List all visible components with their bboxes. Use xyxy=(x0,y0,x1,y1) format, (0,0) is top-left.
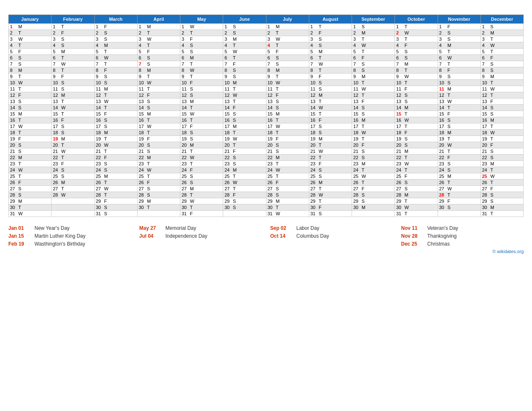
day-number: 23 xyxy=(268,161,275,166)
calendar-cell: 21 S xyxy=(352,148,395,155)
wikidates-credit: © wikidates.org xyxy=(8,249,524,254)
day-name: F xyxy=(104,111,107,116)
calendar-row: 4 T4 S4 M4 T4 S4 T4 T4 S4 W4 F4 M4 W xyxy=(9,42,524,49)
day-name: T xyxy=(362,124,365,129)
day-name: T xyxy=(104,49,107,54)
day-number: 6 xyxy=(224,55,232,60)
calendar-cell: 28 S xyxy=(266,192,309,198)
day-name: M xyxy=(190,186,194,191)
day-number: 25 xyxy=(396,174,404,179)
calendar-row: 28 S28 W28 T28 S28 T28 F28 S28 W28 S28 M… xyxy=(9,192,524,198)
day-number: 8 xyxy=(10,68,17,73)
calendar-row: 1 M1 T1 F1 M1 W1 S1 M1 T1 S1 T1 F1 S xyxy=(9,24,524,30)
calendar-cell: 24 S xyxy=(52,167,94,173)
day-number: 6 xyxy=(53,55,60,60)
calendar-cell: 7 F xyxy=(223,61,266,67)
day-number: 10 xyxy=(353,80,361,85)
calendar-cell: 30 M xyxy=(352,204,395,211)
day-number: 23 xyxy=(182,161,189,166)
day-name: T xyxy=(147,205,150,210)
calendar-cell: 26 T xyxy=(94,180,137,186)
day-name: S xyxy=(61,43,64,48)
day-name: S xyxy=(104,124,107,129)
day-number: 12 xyxy=(53,93,60,98)
day-number: 24 xyxy=(268,167,275,172)
day-number: 4 xyxy=(224,43,232,48)
day-number: 8 xyxy=(310,68,318,73)
day-number: 18 xyxy=(439,130,447,135)
day-number: 12 xyxy=(353,93,361,98)
day-number: 23 xyxy=(139,161,146,166)
day-number: 6 xyxy=(310,55,318,60)
calendar-cell: 8 W xyxy=(180,67,223,74)
day-name: T xyxy=(61,68,64,73)
day-name: T xyxy=(490,37,493,42)
day-name: T xyxy=(448,49,451,54)
calendar-cell: 19 S xyxy=(395,136,438,142)
day-number: 11 xyxy=(182,86,189,91)
calendar-cell: 30 S xyxy=(438,204,480,211)
calendar-cell: 4 T xyxy=(223,42,266,49)
calendar-cell: 20 S xyxy=(266,142,309,148)
month-header-december: December xyxy=(480,15,523,24)
day-number: 23 xyxy=(353,161,361,166)
calendar-cell: 27 S xyxy=(266,186,309,192)
day-number: 4 xyxy=(182,43,189,48)
day-number: 16 xyxy=(96,118,103,123)
day-number: 21 xyxy=(224,149,232,154)
calendar-cell: 19 T xyxy=(438,136,480,142)
day-number: 3 xyxy=(310,37,318,42)
day-number: 1 xyxy=(482,24,490,29)
day-name: M xyxy=(104,43,108,48)
day-name: T xyxy=(190,74,193,79)
calendar-cell: 13 M xyxy=(180,98,223,105)
day-number: 15 xyxy=(482,111,490,116)
day-number: 9 xyxy=(353,74,361,79)
day-number: 13 xyxy=(182,99,189,104)
calendar-cell: 14 S xyxy=(480,105,523,111)
day-number: 3 xyxy=(224,37,232,42)
calendar-cell: 25 W xyxy=(480,173,523,180)
calendar-cell: 15 M xyxy=(137,111,180,117)
day-name: S xyxy=(276,143,279,148)
calendar-cell: 7 W xyxy=(52,61,94,67)
calendar-cell: 3 F xyxy=(180,36,223,42)
day-name: T xyxy=(18,74,21,79)
day-name: S xyxy=(18,149,21,154)
calendar-cell: 14 S xyxy=(352,105,395,111)
day-number: 28 xyxy=(439,192,447,197)
calendar-cell: 15 F xyxy=(438,111,480,117)
calendar-cell: 13 T xyxy=(309,98,352,105)
day-number: 25 xyxy=(224,174,232,179)
day-number: 30 xyxy=(353,205,361,210)
day-name: F xyxy=(190,167,193,172)
day-name: S xyxy=(319,174,322,179)
day-number: 25 xyxy=(182,174,189,179)
day-number: 22 xyxy=(139,155,146,160)
calendar-cell: 5 T xyxy=(94,49,137,55)
day-name: F xyxy=(448,155,451,160)
calendar-cell: 29 S xyxy=(480,198,523,204)
day-name: S xyxy=(362,105,365,110)
day-number: 21 xyxy=(353,149,361,154)
day-number: 24 xyxy=(224,167,232,172)
calendar-cell: 4 W xyxy=(352,42,395,49)
month-header-august: August xyxy=(309,15,352,24)
day-number: 31 xyxy=(268,211,275,216)
day-number: 31 xyxy=(96,211,103,216)
day-name: S xyxy=(61,167,64,172)
day-number: 4 xyxy=(139,43,146,48)
day-name: T xyxy=(448,93,451,98)
calendar-cell: 14 T xyxy=(94,105,137,111)
day-name: F xyxy=(404,130,407,135)
calendar-cell: 6 W xyxy=(94,55,137,61)
calendar-cell xyxy=(438,211,480,217)
calendar-cell: 20 F xyxy=(480,142,523,148)
day-number: 26 xyxy=(439,180,447,185)
day-number: 2 xyxy=(268,30,275,35)
calendar-cell: 30 T xyxy=(9,204,52,211)
day-name: M xyxy=(276,24,280,29)
day-name: W xyxy=(319,62,323,66)
day-name: W xyxy=(104,55,108,60)
day-number: 2 xyxy=(96,30,103,35)
